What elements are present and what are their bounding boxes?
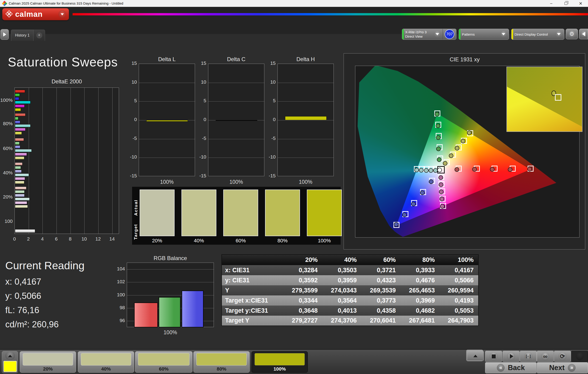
- pattern-swatch-40%: [81, 353, 131, 365]
- gridline: [208, 101, 265, 102]
- deltae-bar-20%-1: [15, 190, 25, 193]
- delta-y-tick: -5: [194, 136, 206, 141]
- calman-menu-button[interactable]: calman: [2, 8, 69, 20]
- stop-button[interactable]: [485, 351, 502, 362]
- rgb-y-tick: 104: [113, 266, 125, 272]
- deltae-bar-60%-0: [15, 138, 24, 141]
- table-row-label: Target x:CIE31: [222, 295, 283, 306]
- rgb-balance-title: RGB Balance: [127, 255, 214, 261]
- rgb-bar-red: [134, 303, 158, 327]
- meter-name: X-Rite i1Pro 3: [405, 30, 427, 34]
- pattern-button-100%[interactable]: 100%: [252, 351, 308, 373]
- compare-swatch-20%: [140, 190, 175, 236]
- compare-swatch-100%: [307, 190, 342, 236]
- delta-l-plot: [139, 64, 195, 176]
- pattern-button-80%[interactable]: 80%: [193, 351, 250, 373]
- deltae-x-tick: 4: [38, 236, 47, 242]
- table-cell: 0,3933: [400, 265, 439, 275]
- reading-value: 76,16: [17, 305, 39, 315]
- deltae-bar-40%-2: [15, 170, 21, 173]
- delta-x-label: 100%: [208, 179, 264, 185]
- gridline: [98, 88, 99, 234]
- deltae-bar-40%-4: [15, 177, 25, 180]
- step-button[interactable]: [··]: [520, 351, 537, 362]
- loop-button[interactable]: ∞: [537, 351, 554, 362]
- rgb-y-tick: 96: [113, 318, 125, 323]
- up-arrow-icon: [8, 355, 12, 357]
- table-cell: 270,6041: [361, 316, 400, 326]
- transport-up-button[interactable]: [467, 351, 484, 361]
- deltae-bar-20%-4: [15, 201, 27, 204]
- cie-actual-cyan-3: [424, 168, 429, 173]
- delta-c-plot: [208, 64, 264, 176]
- restore-button[interactable]: [559, 0, 573, 7]
- delta-bar: [146, 120, 188, 121]
- deltae-bar-20%-5: [15, 205, 28, 208]
- current-reading-line: fL: 76,16: [5, 305, 39, 315]
- rgb-x-label: 100%: [127, 330, 214, 336]
- table-row: Target y:CIE310,36480,40130,43580,46820,…: [222, 306, 478, 316]
- deltae-group-label: 20%: [0, 194, 13, 200]
- gridline: [56, 88, 57, 234]
- deltae-bar-60%-2: [15, 145, 20, 149]
- compare-swatch-80%: [265, 190, 300, 236]
- pattern-button-label: 100%: [252, 366, 307, 372]
- pattern-up-button[interactable]: [5, 352, 15, 360]
- gridline: [278, 158, 334, 158]
- reading-label: cd/m²:: [5, 320, 32, 329]
- gridline: [42, 88, 43, 234]
- delta-y-tick: -5: [263, 136, 276, 141]
- pattern-button-40%[interactable]: 40%: [78, 351, 134, 373]
- deltae-x-tick: 0: [10, 236, 19, 242]
- rgb-bar-blue: [182, 291, 203, 327]
- deltae-bar-60%-1: [15, 142, 20, 145]
- table-cell: 0,4167: [439, 265, 478, 275]
- gridline: [208, 139, 265, 139]
- minimize-button[interactable]: –: [544, 0, 559, 7]
- deltae-x-tick: 14: [107, 236, 117, 242]
- deltae-group-label: 100: [0, 218, 13, 224]
- refresh-button[interactable]: ⟳: [554, 351, 571, 362]
- next-button[interactable]: Next»: [537, 362, 588, 373]
- delta-chart-title: Delta L: [139, 56, 195, 63]
- deltae-bar-20%-3: [15, 198, 30, 201]
- current-reading-line: y: 0,5066: [5, 291, 41, 301]
- table-cell: 264,7903: [439, 316, 478, 326]
- cie-actual-red-5: [527, 167, 532, 171]
- delta-y-tick: 5: [194, 98, 206, 103]
- record-dot-icon: [576, 353, 584, 360]
- reading-value: 0,5066: [14, 291, 41, 301]
- cie-actual-blue-3: [411, 202, 416, 206]
- table-col-header: 60%: [361, 255, 400, 265]
- delta-y-tick: 0: [194, 117, 206, 122]
- pattern-mini-panel: [2, 351, 18, 373]
- deltae-bar-100%-2: [15, 97, 19, 100]
- deltae-bar-80%-1: [15, 117, 18, 120]
- pattern-button-60%[interactable]: 60%: [135, 351, 192, 373]
- gridline: [139, 101, 195, 102]
- pattern-button-label: 80%: [194, 366, 250, 372]
- compare-swatch-40%: [181, 190, 216, 236]
- play-button[interactable]: [503, 351, 520, 362]
- close-button[interactable]: ×: [573, 0, 588, 7]
- record-button[interactable]: [571, 351, 588, 362]
- table-row: Target x:CIE310,33440,35640,37730,39690,…: [222, 295, 478, 306]
- next-arrow-icon: »: [568, 364, 576, 372]
- cie-actual-green-1: [437, 157, 441, 162]
- delta-y-tick: 0: [263, 117, 276, 122]
- calman-menu-caret[interactable]: [58, 10, 66, 18]
- gridline: [139, 139, 195, 139]
- delta-y-tick: 10: [263, 79, 276, 85]
- gridline: [29, 88, 29, 234]
- compare-swatch-label: 40%: [181, 238, 216, 244]
- pattern-button-20%[interactable]: 20%: [20, 351, 76, 373]
- transport-controls: [··] ∞ ⟳ «Back Next»: [466, 350, 588, 374]
- deltae-bar-40%-1: [15, 166, 21, 169]
- back-button[interactable]: «Back: [485, 362, 536, 373]
- active-pattern-swatch: [3, 361, 17, 372]
- pattern-swatch-80%: [196, 353, 247, 365]
- gridline: [127, 269, 214, 269]
- delta-y-tick: 10: [194, 79, 206, 85]
- delta-y-tick: 5: [125, 98, 137, 103]
- table-row-label: Target y:CIE31: [222, 306, 283, 316]
